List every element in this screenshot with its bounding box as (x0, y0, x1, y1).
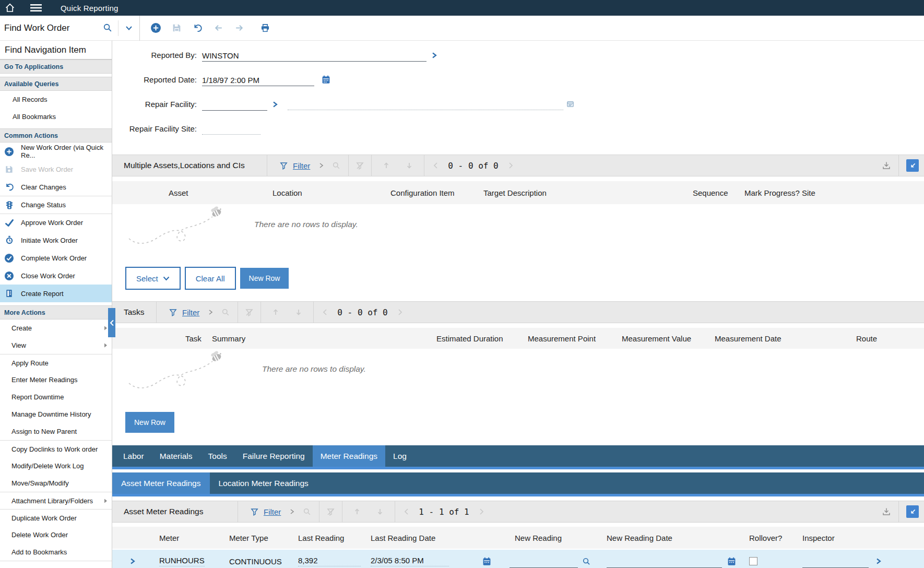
new-record-icon[interactable] (145, 19, 166, 37)
last-reading-value[interactable]: 8,392 (298, 556, 361, 566)
maximize-table-button[interactable] (906, 505, 919, 518)
sidebar-item-duplicate-work-order[interactable]: Duplicate Work Order (0, 509, 112, 526)
new-reading-date-input[interactable] (607, 555, 722, 568)
reported-date-field[interactable]: 1/18/97 2:00 PM (202, 74, 314, 86)
column-header-meter[interactable]: Meter (159, 527, 179, 549)
table-search-icon[interactable] (332, 161, 341, 170)
sidebar-section-common-actions[interactable]: Common Actions (0, 128, 112, 143)
sidebar-item-change-status[interactable]: Change Status (0, 196, 112, 214)
tab-materials[interactable]: Materials (152, 445, 200, 467)
sidebar-item-manage-downtime-history[interactable]: Manage Downtime History (0, 406, 112, 423)
column-header-measurement-date[interactable]: Measurement Date (715, 328, 781, 349)
reported-by-field[interactable]: WINSTON (202, 49, 427, 62)
next-row-icon[interactable] (294, 308, 303, 316)
previous-row-icon[interactable] (382, 161, 390, 170)
download-icon[interactable] (882, 161, 891, 170)
filter-icon[interactable] (251, 508, 258, 516)
column-header-task[interactable]: Task (185, 328, 202, 349)
column-header-location[interactable]: Location (273, 181, 302, 204)
detail-chevron-icon[interactable] (272, 101, 278, 108)
row-expand-chevron-icon[interactable] (129, 550, 136, 568)
previous-page-icon[interactable] (404, 508, 409, 515)
tab-failure-reporting[interactable]: Failure Reporting (235, 445, 313, 467)
find-navigation-input[interactable] (0, 41, 112, 60)
inspector-input[interactable] (802, 555, 869, 568)
column-header-target-description[interactable]: Target Description (483, 181, 547, 204)
filter-icon[interactable] (169, 309, 177, 316)
previous-page-icon[interactable] (433, 162, 439, 169)
select-button[interactable]: Select (125, 267, 181, 290)
print-icon[interactable] (255, 19, 276, 37)
column-header-meter-type[interactable]: Meter Type (229, 527, 268, 549)
column-header-new-reading-date[interactable]: New Reading Date (607, 527, 672, 549)
last-reading-date-value[interactable]: 2/3/05 8:50 PM (371, 556, 449, 566)
next-row-icon[interactable] (405, 161, 413, 170)
previous-record-icon[interactable] (208, 19, 229, 37)
new-reading-input[interactable] (510, 555, 578, 568)
sidebar-item-clear-changes[interactable]: Clear Changes (0, 178, 112, 196)
previous-page-icon[interactable] (322, 309, 328, 316)
sidebar-item-close-work-order[interactable]: Close Work Order (0, 267, 112, 285)
column-header-inspector[interactable]: Inspector (802, 527, 835, 549)
column-header-measurement-point[interactable]: Measurement Point (528, 328, 596, 349)
sidebar-collapse-button[interactable] (108, 308, 115, 337)
filter-icon[interactable] (280, 162, 288, 170)
clear-changes-icon[interactable] (187, 19, 208, 37)
sidebar-item-add-to-bookmarks[interactable]: Add to Bookmarks (0, 543, 112, 561)
column-header-summary[interactable]: Summary (212, 328, 245, 349)
sidebar-item-enter-meter-readings[interactable]: Enter Meter Readings (0, 371, 112, 388)
next-page-icon[interactable] (479, 508, 484, 515)
calendar-icon[interactable] (482, 550, 491, 568)
repair-facility-field[interactable] (202, 98, 267, 111)
search-icon[interactable] (97, 19, 118, 37)
clear-filter-icon[interactable] (356, 162, 364, 170)
column-header-measurement-value[interactable]: Measurement Value (622, 328, 691, 349)
sidebar-item-approve-work-order[interactable]: Approve Work Order (0, 214, 112, 231)
detail-chevron-icon[interactable] (431, 52, 437, 59)
next-row-icon[interactable] (376, 507, 384, 516)
next-page-icon[interactable] (397, 309, 403, 316)
table-search-icon[interactable] (221, 308, 230, 317)
tab-meter-readings[interactable]: Meter Readings (313, 445, 385, 467)
calendar-icon[interactable] (322, 75, 330, 84)
rollover-checkbox[interactable] (749, 557, 757, 565)
inspector-detail-chevron-icon[interactable] (875, 550, 882, 568)
sidebar-section-more-actions[interactable]: More Actions (0, 305, 112, 320)
column-header-rollover[interactable]: Rollover? (749, 527, 782, 549)
long-description-icon[interactable] (566, 100, 574, 108)
sidebar-item-create[interactable]: Create (0, 320, 112, 337)
sidebar-item-delete-work-order[interactable]: Delete Work Order (0, 526, 112, 543)
new-reading-date-calendar-icon[interactable] (727, 550, 736, 568)
expand-filter-chevron-icon[interactable] (289, 508, 294, 515)
tab-tools[interactable]: Tools (200, 445, 235, 467)
previous-row-icon[interactable] (353, 507, 361, 516)
sidebar-item-report-downtime[interactable]: Report Downtime (0, 388, 112, 406)
sidebar-section-go-to-applications[interactable]: Go To Applications (0, 60, 112, 74)
tab-log[interactable]: Log (385, 445, 414, 467)
tasks-filter-link[interactable]: Filter (182, 308, 199, 317)
clear-filter-icon[interactable] (327, 508, 335, 516)
clear-filter-icon[interactable] (245, 309, 253, 316)
meter-value[interactable]: RUNHOURS (159, 556, 205, 566)
sidebar-item-initiate-work-order[interactable]: Initiate Work Order (0, 231, 112, 249)
assets-filter-link[interactable]: Filter (293, 161, 310, 170)
search-options-chevron-down-icon[interactable] (119, 19, 139, 37)
sidebar-item-apply-route[interactable]: Apply Route (0, 354, 112, 371)
sidebar-item-assign-to-new-parent[interactable]: Assign to New Parent (0, 423, 112, 440)
column-header-last-reading[interactable]: Last Reading (298, 527, 344, 549)
column-header-asset[interactable]: Asset (169, 181, 188, 204)
download-icon[interactable] (882, 507, 891, 516)
column-header-sequence[interactable]: Sequence (693, 181, 728, 204)
column-header-configuration-item[interactable]: Configuration Item (390, 181, 455, 204)
save-icon[interactable] (166, 19, 187, 37)
column-header-route[interactable]: Route (856, 328, 877, 349)
sidebar-item-new-work-order[interactable]: New Work Order (via Quick Re... (0, 143, 112, 160)
table-search-icon[interactable] (303, 507, 312, 516)
tasks-new-row-button[interactable]: New Row (125, 412, 174, 433)
find-work-order-input[interactable] (0, 16, 97, 40)
tab-labor[interactable]: Labor (115, 445, 152, 467)
assets-new-row-button[interactable]: New Row (240, 268, 289, 289)
sidebar-item-copy-doclinks[interactable]: Copy Doclinks to Work order (0, 440, 112, 457)
subtab-location-meter-readings[interactable]: Location Meter Readings (210, 472, 317, 494)
subtab-asset-meter-readings[interactable]: Asset Meter Readings (112, 472, 210, 494)
